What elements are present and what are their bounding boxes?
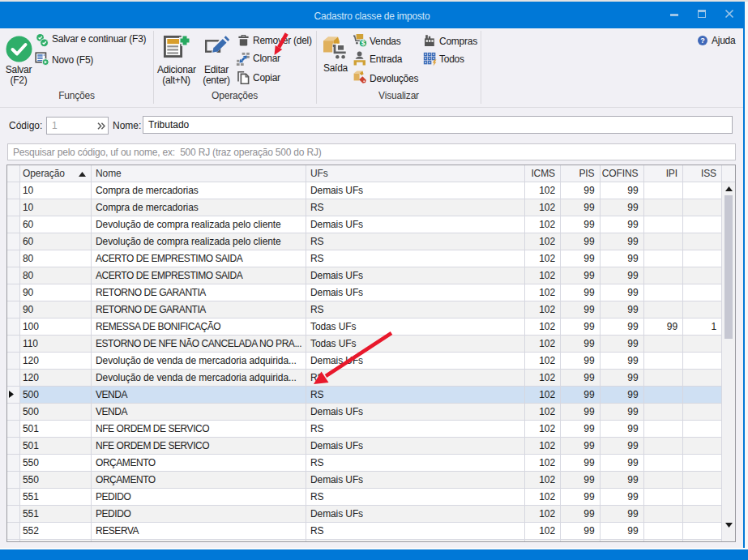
svg-text:?: ? (700, 36, 705, 45)
svg-text:$: $ (361, 39, 365, 47)
